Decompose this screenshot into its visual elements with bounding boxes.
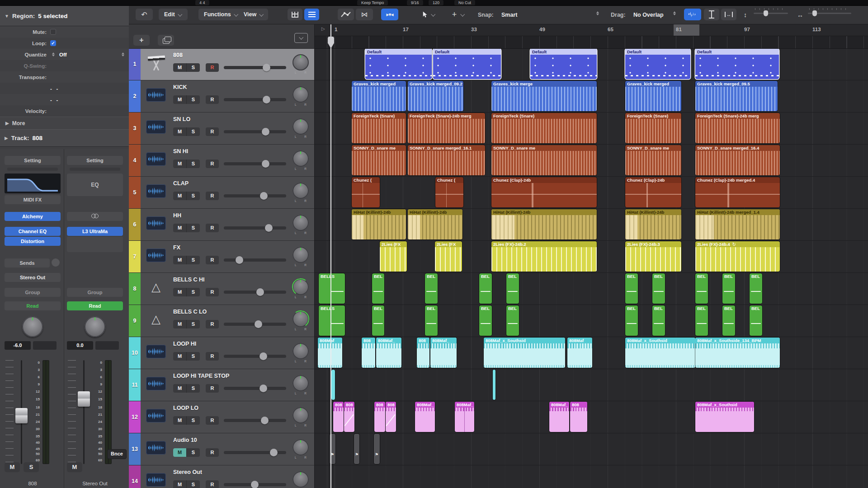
audio-fx-slot[interactable]: L3 UltraMa [67, 227, 123, 236]
track-pan-knob[interactable] [292, 279, 309, 295]
region-snare[interactable]: ForeignTeck (Snare)-24b merg [695, 113, 780, 143]
region-loophi[interactable]: 808Maf_ [430, 338, 457, 368]
region-midi[interactable]: Default [625, 49, 690, 79]
track-header-loop-lo[interactable]: 12LOOP LOMSRLR [129, 401, 314, 433]
slider-knob[interactable] [263, 64, 270, 71]
track-volume-slider[interactable] [224, 483, 286, 486]
region-bells[interactable]: BEL [372, 273, 384, 304]
snap-menu[interactable]: Smart [501, 5, 517, 24]
region-bells[interactable]: BEL [695, 273, 708, 304]
track-header-bells-c-hi[interactable]: 8△BELLS C HIMSRLR [129, 273, 314, 305]
arrange-lanes[interactable]: DefaultDefaultDefaultDefaultDefaultGrave… [314, 48, 868, 488]
slider-knob[interactable] [236, 256, 243, 264]
track-record-button[interactable]: R [206, 416, 219, 425]
region-looplo[interactable]: 808Maf_ [415, 402, 435, 432]
region-snare[interactable]: SONNY_D_snare merged_16.4 [695, 145, 780, 175]
track-record-button[interactable]: R [206, 384, 219, 393]
region-loophi[interactable]: 808Maf_x_Southsid [484, 338, 565, 368]
regions-view-button[interactable] [304, 9, 319, 20]
region-bells[interactable]: BEL [372, 305, 384, 336]
sends-slot[interactable]: Sends [5, 258, 50, 267]
region-fx[interactable]: 2Lies (FX [435, 241, 462, 272]
track-pan-knob[interactable] [292, 183, 309, 199]
slider-knob[interactable] [263, 96, 270, 103]
track-pan-knob[interactable] [292, 86, 309, 103]
region-bells[interactable]: BEL [506, 273, 519, 304]
stereo-format-button[interactable] [67, 212, 123, 221]
region-snare[interactable]: SONNY_D_snare me [625, 145, 681, 175]
region-looplo[interactable]: 808Maf_ [455, 402, 474, 432]
send-knob[interactable] [52, 258, 60, 267]
pan-knob[interactable] [22, 316, 43, 337]
region-snare[interactable]: SONNY_D_snare merged_16.1 [408, 145, 485, 175]
volume-value[interactable]: -6.0 [5, 341, 31, 350]
setting-button[interactable]: Setting [67, 156, 123, 165]
track-header-hh[interactable]: 6HHMSRLR [129, 209, 314, 241]
region-clap[interactable]: Chunez (Clap)-24b [491, 177, 597, 207]
slider-knob[interactable] [259, 352, 267, 360]
region-bells[interactable]: BEL [425, 305, 438, 336]
region-loophi[interactable]: 808Maf_x_Southside_134_BPM [695, 338, 780, 368]
param-value[interactable] [50, 29, 56, 35]
slider-knob[interactable] [260, 192, 268, 200]
lane-stereo-out[interactable] [314, 465, 868, 488]
hierarchy-up-button[interactable]: ↶ [136, 9, 153, 20]
track-volume-slider[interactable] [224, 355, 286, 358]
region-fx[interactable]: 2Lies (FX)-24b.2 [491, 241, 597, 272]
slider-knob[interactable] [262, 160, 269, 168]
region-bells[interactable]: BEL [652, 305, 665, 336]
track-volume-slider[interactable] [224, 66, 286, 69]
catch-playhead-button[interactable]: ▸▾◂ [381, 9, 398, 20]
track-pan-knob[interactable] [292, 150, 309, 167]
fader-cap[interactable] [78, 391, 90, 407]
track-record-button[interactable]: R [206, 127, 219, 136]
track-mute-button[interactable]: M [173, 416, 186, 425]
volume-fader[interactable]: 03691215182124303540455060 [5, 360, 61, 464]
track-pan-knob[interactable] [292, 247, 309, 263]
track-pan-knob[interactable] [292, 343, 309, 359]
track-mute-button[interactable]: M [173, 63, 186, 72]
track-solo-button[interactable]: S [186, 95, 200, 104]
track-record-button[interactable]: R [206, 192, 219, 200]
region-snare[interactable]: ForeignTeck (Snare) [352, 113, 406, 143]
region-snare[interactable]: ForeignTeck (Snare)-24b merg [408, 113, 485, 143]
track-mute-button[interactable]: M [173, 127, 186, 136]
track-mute-button[interactable]: M [173, 224, 186, 232]
menu-edit[interactable]: Edit [159, 9, 188, 20]
track-header-bells-c-lo[interactable]: 9△BELLS C LOMSRLR [129, 305, 314, 337]
track-mute-button[interactable]: M [173, 352, 186, 361]
region-bells[interactable]: BEL [506, 305, 519, 336]
track-volume-slider[interactable] [224, 226, 286, 230]
track-pan-knob[interactable] [292, 375, 309, 391]
region-hh[interactable]: HiHat (KillinIt)-24b [625, 209, 681, 239]
slider-knob[interactable] [259, 385, 267, 392]
mute-button[interactable]: M [5, 462, 20, 472]
region-kick[interactable]: Graves_kick merged [352, 81, 406, 111]
region-looplo[interactable]: 808 [344, 402, 354, 432]
slider-knob[interactable] [270, 449, 278, 456]
track-record-button[interactable]: R [206, 63, 219, 72]
track-record-button[interactable]: R [206, 288, 219, 296]
duplicate-track-button[interactable] [158, 35, 174, 46]
region-hh[interactable]: HiHat (KillinIt)-24b [491, 209, 597, 239]
region-bells[interactable]: BEL [625, 273, 638, 304]
region-kick[interactable]: Graves_kick merge [491, 81, 597, 111]
region-loophi[interactable]: 808Maf [567, 338, 592, 368]
track-solo-button[interactable]: S [186, 352, 200, 361]
param-value[interactable]: ✓ [50, 40, 56, 46]
slider-knob[interactable] [265, 224, 273, 232]
track-pan-knob[interactable] [292, 54, 309, 70]
track-record-button[interactable]: R [206, 448, 219, 457]
region-fx[interactable]: 2Lies (FX)-24b.4↻ [695, 241, 780, 272]
horizontal-zoom-slider[interactable] [808, 13, 851, 14]
track-mute-button[interactable]: M [173, 288, 186, 296]
region-looplo[interactable]: 808 [386, 402, 396, 432]
lane-loop-hi-tape-stop[interactable] [314, 369, 868, 401]
flex-button[interactable]: ⋈ [356, 9, 373, 20]
slider-knob[interactable] [255, 320, 262, 328]
lane-bells-c-hi[interactable] [314, 273, 868, 305]
region-bells[interactable]: BEL [425, 273, 438, 304]
waveform-zoom-button[interactable] [684, 9, 701, 20]
pointer-tool-menu[interactable] [416, 9, 440, 20]
lane-audio-10[interactable] [314, 433, 868, 465]
